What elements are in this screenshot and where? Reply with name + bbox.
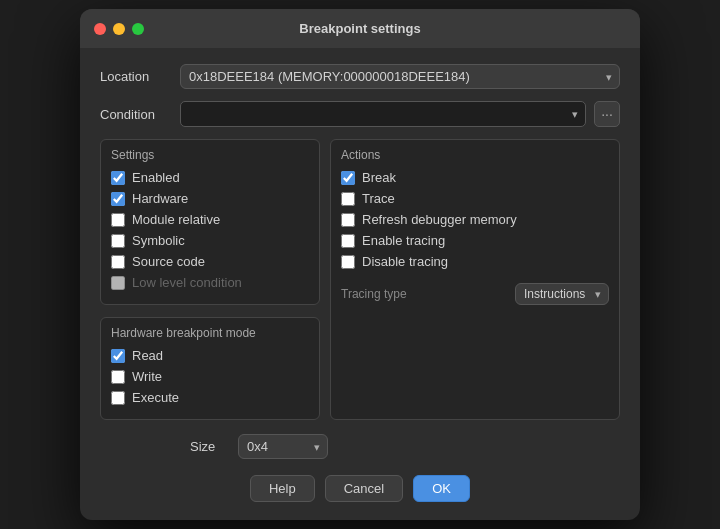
checkbox-enabled[interactable]: Enabled <box>111 170 309 185</box>
tracing-type-select-wrapper: Instructions Call stack Registers ▾ <box>515 283 609 305</box>
close-button[interactable] <box>94 23 106 35</box>
location-row: Location 0x18DEEE184 (MEMORY:000000018DE… <box>100 64 620 89</box>
hardware-mode-panel: Hardware breakpoint mode Read Write Exec… <box>100 317 320 420</box>
checkbox-symbolic[interactable]: Symbolic <box>111 233 309 248</box>
checkbox-read-label: Read <box>132 348 163 363</box>
checkbox-execute[interactable]: Execute <box>111 390 309 405</box>
size-label: Size <box>190 439 230 454</box>
condition-label: Condition <box>100 107 180 122</box>
condition-more-button[interactable]: ··· <box>594 101 620 127</box>
checkbox-write-input[interactable] <box>111 370 125 384</box>
tracing-type-label: Tracing type <box>341 287 407 301</box>
checkbox-execute-label: Execute <box>132 390 179 405</box>
checkbox-refresh-memory-label: Refresh debugger memory <box>362 212 517 227</box>
checkbox-hardware[interactable]: Hardware <box>111 191 309 206</box>
checkbox-refresh-memory[interactable]: Refresh debugger memory <box>341 212 609 227</box>
checkbox-break[interactable]: Break <box>341 170 609 185</box>
actions-panel: Actions Break Trace Refresh debugger mem… <box>330 139 620 420</box>
tracing-type-select[interactable]: Instructions Call stack Registers <box>515 283 609 305</box>
settings-panel: Settings Enabled Hardware Module relativ… <box>100 139 320 305</box>
checkbox-enable-tracing[interactable]: Enable tracing <box>341 233 609 248</box>
checkbox-write-label: Write <box>132 369 162 384</box>
checkbox-module-relative-label: Module relative <box>132 212 220 227</box>
checkbox-low-level-label: Low level condition <box>132 275 242 290</box>
checkbox-symbolic-input[interactable] <box>111 234 125 248</box>
checkbox-trace-label: Trace <box>362 191 395 206</box>
checkbox-disable-tracing[interactable]: Disable tracing <box>341 254 609 269</box>
checkbox-module-relative[interactable]: Module relative <box>111 212 309 227</box>
checkbox-break-input[interactable] <box>341 171 355 185</box>
titlebar: Breakpoint settings <box>80 9 640 48</box>
traffic-lights <box>94 23 144 35</box>
checkbox-refresh-memory-input[interactable] <box>341 213 355 227</box>
checkbox-hardware-label: Hardware <box>132 191 188 206</box>
panels-row: Settings Enabled Hardware Module relativ… <box>100 139 620 420</box>
size-row: Size 0x1 0x2 0x4 0x8 ▾ <box>100 434 620 459</box>
checkbox-trace[interactable]: Trace <box>341 191 609 206</box>
checkbox-source-code-label: Source code <box>132 254 205 269</box>
window-content: Location 0x18DEEE184 (MEMORY:000000018DE… <box>80 48 640 520</box>
checkbox-read[interactable]: Read <box>111 348 309 363</box>
checkbox-low-level-input <box>111 276 125 290</box>
location-select[interactable]: 0x18DEEE184 (MEMORY:000000018DEEE184) <box>180 64 620 89</box>
ok-button[interactable]: OK <box>413 475 470 502</box>
checkbox-trace-input[interactable] <box>341 192 355 206</box>
checkbox-module-relative-input[interactable] <box>111 213 125 227</box>
condition-row: Condition ▾ ··· <box>100 101 620 127</box>
condition-input-wrapper: ▾ <box>180 101 586 127</box>
settings-title: Settings <box>111 148 309 162</box>
minimize-button[interactable] <box>113 23 125 35</box>
maximize-button[interactable] <box>132 23 144 35</box>
checkbox-enable-tracing-input[interactable] <box>341 234 355 248</box>
location-select-wrapper: 0x18DEEE184 (MEMORY:000000018DEEE184) ▾ <box>180 64 620 89</box>
checkbox-break-label: Break <box>362 170 396 185</box>
tracing-type-row: Tracing type Instructions Call stack Reg… <box>341 283 609 305</box>
condition-select[interactable] <box>180 101 586 127</box>
checkbox-source-code-input[interactable] <box>111 255 125 269</box>
hardware-mode-title: Hardware breakpoint mode <box>111 326 309 340</box>
cancel-button[interactable]: Cancel <box>325 475 403 502</box>
size-select[interactable]: 0x1 0x2 0x4 0x8 <box>238 434 328 459</box>
checkbox-read-input[interactable] <box>111 349 125 363</box>
location-label: Location <box>100 69 180 84</box>
checkbox-enable-tracing-label: Enable tracing <box>362 233 445 248</box>
checkbox-source-code[interactable]: Source code <box>111 254 309 269</box>
checkbox-disable-tracing-label: Disable tracing <box>362 254 448 269</box>
checkbox-enabled-label: Enabled <box>132 170 180 185</box>
size-select-wrapper: 0x1 0x2 0x4 0x8 ▾ <box>238 434 328 459</box>
checkbox-disable-tracing-input[interactable] <box>341 255 355 269</box>
checkbox-execute-input[interactable] <box>111 391 125 405</box>
help-button[interactable]: Help <box>250 475 315 502</box>
left-column: Settings Enabled Hardware Module relativ… <box>100 139 320 420</box>
buttons-row: Help Cancel OK <box>100 475 620 502</box>
window-title: Breakpoint settings <box>299 21 420 36</box>
breakpoint-settings-window: Breakpoint settings Location 0x18DEEE184… <box>80 9 640 520</box>
actions-title: Actions <box>341 148 609 162</box>
checkbox-enabled-input[interactable] <box>111 171 125 185</box>
checkbox-write[interactable]: Write <box>111 369 309 384</box>
checkbox-hardware-input[interactable] <box>111 192 125 206</box>
checkbox-symbolic-label: Symbolic <box>132 233 185 248</box>
checkbox-low-level: Low level condition <box>111 275 309 290</box>
